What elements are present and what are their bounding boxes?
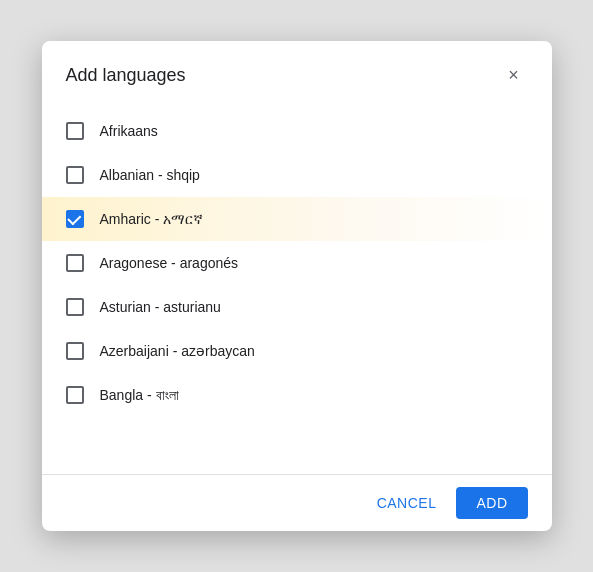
list-item[interactable]: Afrikaans — [42, 109, 552, 153]
dialog-footer: CANCEL ADD — [42, 474, 552, 531]
dialog-header: Add languages × — [42, 41, 552, 105]
checkbox-amharic[interactable] — [66, 210, 84, 228]
close-button[interactable]: × — [500, 61, 528, 89]
language-label-asturian: Asturian - asturianu — [100, 299, 221, 315]
checkbox-aragonese[interactable] — [66, 254, 84, 272]
list-item[interactable]: Albanian - shqip — [42, 153, 552, 197]
checkbox-asturian[interactable] — [66, 298, 84, 316]
checkbox-albanian[interactable] — [66, 166, 84, 184]
cancel-button[interactable]: CANCEL — [365, 487, 449, 519]
dialog-title: Add languages — [66, 65, 186, 86]
checkbox-afrikaans[interactable] — [66, 122, 84, 140]
list-item[interactable]: Amharic - አማርኛ — [42, 197, 552, 241]
close-icon: × — [508, 66, 519, 84]
language-list: AfrikaansAlbanian - shqipAmharic - አማርኛA… — [42, 105, 552, 474]
add-button[interactable]: ADD — [456, 487, 527, 519]
language-label-azerbaijani: Azerbaijani - azərbaycan — [100, 343, 255, 359]
list-item[interactable]: Azerbaijani - azərbaycan — [42, 329, 552, 373]
language-label-amharic: Amharic - አማርኛ — [100, 211, 204, 228]
language-label-albanian: Albanian - shqip — [100, 167, 200, 183]
language-label-afrikaans: Afrikaans — [100, 123, 158, 139]
checkbox-bangla[interactable] — [66, 386, 84, 404]
list-item[interactable]: Bangla - বাংলা — [42, 373, 552, 417]
language-label-bangla: Bangla - বাংলা — [100, 387, 179, 404]
dialog-overlay: Add languages × AfrikaansAlbanian - shqi… — [0, 0, 593, 572]
list-item[interactable]: Asturian - asturianu — [42, 285, 552, 329]
checkbox-azerbaijani[interactable] — [66, 342, 84, 360]
list-item[interactable]: Aragonese - aragonés — [42, 241, 552, 285]
add-languages-dialog: Add languages × AfrikaansAlbanian - shqi… — [42, 41, 552, 531]
language-label-aragonese: Aragonese - aragonés — [100, 255, 239, 271]
